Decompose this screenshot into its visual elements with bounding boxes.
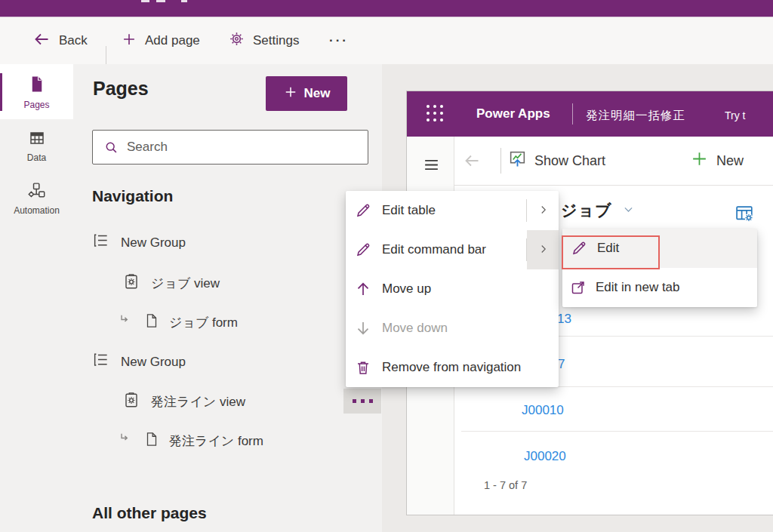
hamburger-icon[interactable]: [422, 155, 441, 177]
chevron-down-icon: [622, 203, 635, 219]
preview-back-icon[interactable]: [462, 152, 482, 173]
grid-row-link[interactable]: 13: [557, 312, 571, 327]
form-page-icon: [143, 431, 160, 451]
panel-title: Pages: [93, 78, 149, 100]
navigation-heading: Navigation: [92, 187, 173, 205]
add-page-label: Add page: [145, 33, 200, 48]
more-commands-button[interactable]: ···: [329, 17, 349, 64]
nav-tree-item-job-view[interactable]: ジョブ view: [122, 270, 220, 296]
pagination-status: 1 - 7 of 7: [484, 479, 527, 491]
arrow-up-icon: [354, 280, 372, 302]
settings-label: Settings: [253, 33, 299, 48]
menu-item-label: Remove from navigation: [382, 360, 521, 375]
title-bar: [0, 0, 773, 17]
back-label: Back: [59, 33, 88, 48]
grid-row-link[interactable]: J00010: [522, 403, 564, 418]
show-chart-label: Show Chart: [534, 153, 605, 169]
nav-tree-item-order-line-form[interactable]: 発注ライン form: [118, 428, 263, 454]
more-dots-icon: [369, 399, 373, 403]
preview-brand[interactable]: Power Apps: [476, 106, 550, 121]
header-divider: [572, 103, 573, 125]
chart-icon: [508, 149, 527, 172]
submenu-expand-zone[interactable]: [527, 191, 559, 230]
preview-header: Power Apps 発注明細一括修正 Try t: [407, 91, 773, 137]
menu-item-label: Edit table: [382, 203, 436, 218]
row-more-commands-button[interactable]: [343, 389, 381, 414]
titlebar-text-remnant: [141, 0, 149, 2]
editor-toolbar: Back Add page Settings ···: [0, 17, 773, 65]
grid-row-link[interactable]: 7: [558, 357, 565, 372]
submenu-item-label: Edit in new tab: [596, 280, 680, 295]
tree-item-label: 発注ライン view: [151, 393, 245, 411]
preview-app-title: 発注明細一括修正: [586, 108, 685, 124]
open-in-new-tab-icon: [569, 278, 587, 300]
rail-item-data[interactable]: Data: [0, 129, 73, 163]
menu-item-label: Edit command bar: [382, 242, 486, 257]
new-page-label: New: [304, 86, 331, 101]
preview-new-button[interactable]: New: [690, 137, 744, 185]
preview-new-label: New: [716, 153, 744, 169]
chevron-right-icon: [537, 241, 550, 260]
menu-item-move-up[interactable]: Move up: [346, 269, 559, 309]
rail-data-label: Data: [27, 152, 46, 163]
search-box: [92, 130, 368, 165]
menu-item-edit-command-bar[interactable]: Edit command bar: [346, 230, 559, 269]
gear-icon: [228, 30, 245, 51]
nav-tree-group-2[interactable]: New Group: [92, 349, 186, 375]
all-other-pages-heading: All other pages: [92, 504, 207, 522]
context-menu: Edit table Edit command bar: [346, 191, 559, 387]
group-list-icon: [92, 232, 109, 254]
menu-item-edit-table[interactable]: Edit table: [346, 191, 559, 230]
tree-item-label: New Group: [121, 355, 186, 370]
rail-pages-label: Pages: [23, 100, 49, 110]
divider: [526, 238, 527, 261]
edit-columns-icon[interactable]: [734, 203, 755, 226]
annotation-box: [562, 235, 660, 269]
view-title: ジョブ: [561, 200, 611, 221]
titlebar-text-remnant: [181, 0, 187, 2]
view-selector[interactable]: ジョブ: [561, 200, 635, 221]
trash-icon: [354, 358, 372, 380]
preview-command-bar: Show Chart New Del: [454, 137, 773, 186]
back-button[interactable]: Back: [32, 17, 88, 64]
table-icon: [28, 129, 46, 150]
pages-panel: Pages New Navigation New Group: [73, 64, 383, 532]
more-icon: ···: [329, 33, 349, 48]
group-list-icon: [92, 352, 109, 373]
automation-flow-icon: [27, 181, 46, 203]
submenu-item-edit-in-new-tab[interactable]: Edit in new tab: [562, 268, 757, 307]
search-icon: [103, 140, 119, 155]
show-chart-button[interactable]: Show Chart: [508, 137, 605, 185]
settings-button[interactable]: Settings: [228, 17, 299, 64]
active-indicator: [0, 73, 2, 111]
plus-icon: [690, 149, 709, 172]
new-page-button[interactable]: New: [266, 76, 347, 111]
grid-row-link[interactable]: J00020: [524, 449, 566, 464]
nav-tree-group-1[interactable]: New Group: [92, 230, 186, 256]
power-apps-editor: Back Add page Settings ···: [0, 0, 773, 532]
view-icon: [122, 391, 140, 413]
pages-icon: [27, 74, 46, 97]
add-page-button[interactable]: Add page: [121, 17, 200, 64]
menu-item-move-down[interactable]: Move down: [346, 309, 559, 348]
nav-tree-item-job-form[interactable]: ジョブ form: [118, 309, 238, 335]
command-bar-divider: [500, 148, 501, 174]
waffle-icon[interactable]: [425, 103, 445, 126]
form-page-icon: [143, 312, 160, 333]
more-dots-icon: [361, 399, 365, 403]
tree-item-label: New Group: [121, 235, 186, 251]
nav-tree-item-order-line-view[interactable]: 発注ライン view: [122, 389, 245, 414]
tree-item-label: ジョブ view: [151, 275, 220, 292]
pencil-icon: [354, 201, 372, 223]
rail-item-automation[interactable]: Automation: [0, 181, 73, 216]
rail-item-pages[interactable]: Pages: [0, 64, 73, 119]
rail-automation-label: Automation: [14, 205, 60, 216]
search-input[interactable]: [125, 139, 368, 155]
try-new-look-text[interactable]: Try t: [725, 109, 745, 121]
row-separator: [461, 431, 773, 432]
menu-item-label: Move up: [382, 281, 431, 297]
plus-icon: [283, 85, 298, 103]
menu-item-remove-from-navigation[interactable]: Remove from navigation: [346, 348, 559, 387]
submenu-expand-zone[interactable]: [527, 230, 559, 269]
more-dots-icon: [353, 399, 356, 403]
